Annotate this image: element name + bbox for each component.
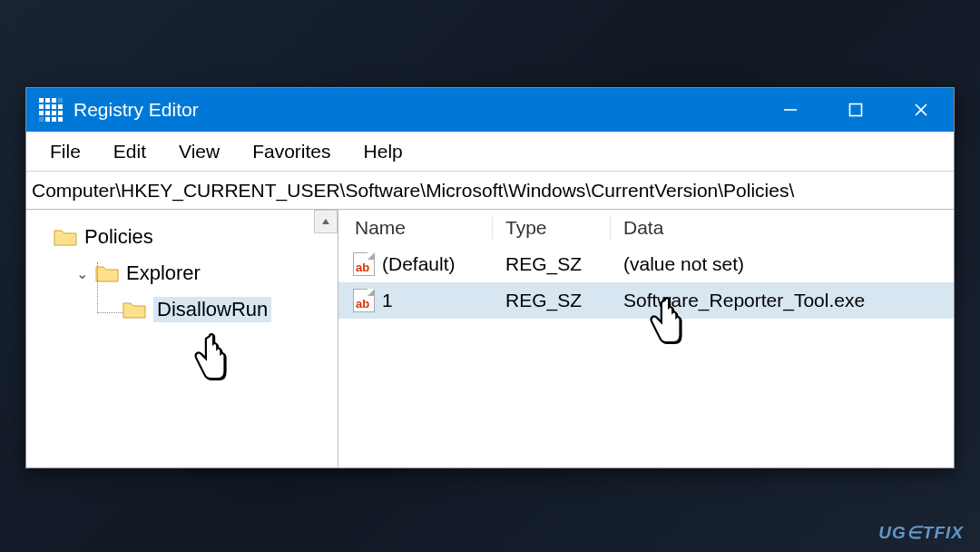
- address-path: Computer\HKEY_CURRENT_USER\Software\Micr…: [32, 180, 794, 202]
- tree-connector: [97, 262, 122, 313]
- tree-node-disallowrun[interactable]: DisallowRun: [37, 291, 338, 328]
- tree-node-policies[interactable]: Policies: [37, 219, 338, 255]
- regedit-app-icon: [39, 98, 63, 122]
- svg-rect-1: [850, 104, 862, 116]
- value-row-1[interactable]: ab 1 REG_SZ Software_Reporter_Tool.exe: [338, 282, 954, 319]
- scroll-up-button[interactable]: [314, 210, 338, 233]
- watermark: UG∈TFIX: [878, 522, 964, 543]
- close-button[interactable]: [888, 88, 954, 132]
- list-pane[interactable]: Name Type Data ab (Default) REG_SZ (valu…: [338, 210, 954, 468]
- tree-label: Explorer: [126, 261, 201, 285]
- workarea: Policies ⌄ Explorer DisallowRun: [26, 210, 954, 468]
- tree-label: Policies: [84, 225, 153, 249]
- column-data[interactable]: Data: [611, 217, 954, 239]
- window-title: Registry Editor: [74, 99, 758, 121]
- value-name: 1: [382, 290, 393, 311]
- menu-view[interactable]: View: [162, 141, 236, 163]
- value-type: REG_SZ: [493, 290, 611, 311]
- list-header: Name Type Data: [338, 210, 954, 246]
- string-value-icon: ab: [353, 289, 375, 312]
- menu-file[interactable]: File: [34, 141, 97, 163]
- svg-marker-4: [322, 219, 329, 224]
- cursor-hand-icon: [190, 333, 230, 384]
- menubar: File Edit View Favorites Help: [26, 132, 954, 172]
- minimize-button[interactable]: [758, 88, 823, 132]
- string-value-icon: ab: [353, 252, 375, 276]
- value-name: (Default): [382, 253, 456, 275]
- value-data: Software_Reporter_Tool.exe: [611, 290, 954, 311]
- folder-icon: [122, 300, 146, 320]
- folder-icon: [54, 227, 77, 247]
- titlebar[interactable]: Registry Editor: [26, 88, 954, 132]
- regedit-window: Registry Editor File Edit View Favorites…: [25, 87, 955, 468]
- menu-favorites[interactable]: Favorites: [236, 141, 347, 163]
- value-row-default[interactable]: ab (Default) REG_SZ (value not set): [338, 246, 954, 282]
- value-type: REG_SZ: [493, 253, 611, 275]
- column-name[interactable]: Name: [338, 217, 493, 239]
- value-data: (value not set): [611, 253, 954, 275]
- tree-pane[interactable]: Policies ⌄ Explorer DisallowRun: [26, 210, 338, 468]
- menu-help[interactable]: Help: [348, 141, 419, 163]
- maximize-button[interactable]: [823, 88, 888, 132]
- column-type[interactable]: Type: [493, 217, 611, 239]
- menu-edit[interactable]: Edit: [97, 141, 162, 163]
- window-controls: [758, 88, 954, 132]
- chevron-down-icon[interactable]: ⌄: [75, 265, 88, 282]
- address-bar[interactable]: Computer\HKEY_CURRENT_USER\Software\Micr…: [26, 172, 954, 210]
- tree-node-explorer[interactable]: ⌄ Explorer: [37, 255, 338, 291]
- tree-label-selected: DisallowRun: [153, 297, 271, 322]
